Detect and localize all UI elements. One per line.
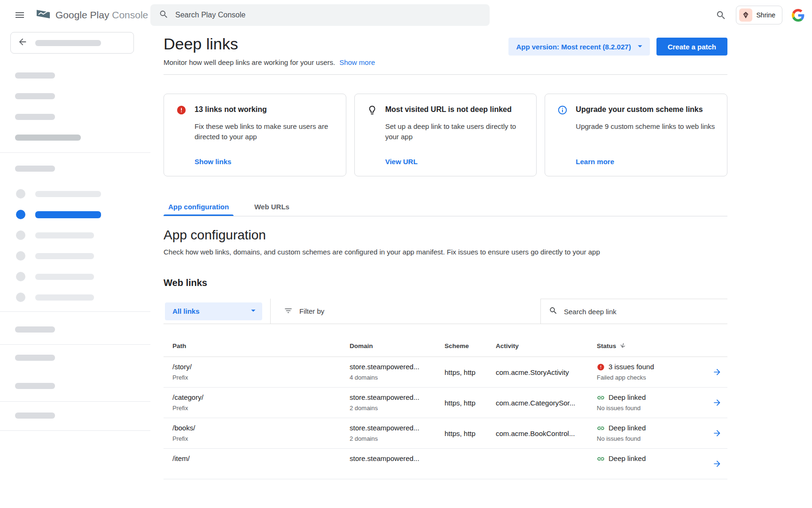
path-value: /item/ <box>172 453 350 464</box>
table-row[interactable]: /item/ store.steampowered... Deep linked <box>164 449 727 479</box>
table-row[interactable]: /story/ Prefix store.steampowered... 4 d… <box>164 357 727 388</box>
path-type: Prefix <box>172 404 350 413</box>
domain-count: 2 domains <box>350 434 445 444</box>
learn-more-link[interactable]: Learn more <box>576 158 716 166</box>
logo-part2: Console <box>112 9 148 20</box>
path-cell: /category/ Prefix <box>164 388 350 418</box>
domain-value: store.steampowered... <box>350 392 445 403</box>
console-search-input[interactable] <box>175 11 481 19</box>
filter-by-button[interactable]: Filter by <box>270 299 540 324</box>
sidebar-nav-skeleton <box>0 183 150 308</box>
table-row[interactable]: /category/ Prefix store.steampowered... … <box>164 388 727 418</box>
sidebar-item-icon <box>16 189 25 198</box>
sidebar-item[interactable] <box>16 287 150 308</box>
skeleton-bar <box>15 135 81 141</box>
search-icon-button[interactable] <box>716 10 726 21</box>
filter-by-label: Filter by <box>299 307 324 315</box>
sidebar-divider <box>0 311 150 312</box>
back-arrow-icon <box>17 37 28 49</box>
skeleton-bar <box>35 191 101 197</box>
status-detail: Failed app checks <box>597 373 707 382</box>
chevron-down-icon <box>635 41 645 53</box>
row-detail-arrow-icon[interactable] <box>707 388 727 418</box>
deep-link-search-input[interactable] <box>564 308 727 316</box>
deep-link-search[interactable] <box>540 299 727 324</box>
path-cell: /books/ Prefix <box>164 418 350 448</box>
scheme-cell: https, http <box>445 357 496 387</box>
card-body: Fix these web links to make sure users a… <box>195 121 335 142</box>
card-upgrade-scheme-links: Upgrade your custom scheme links Upgrade… <box>545 94 727 176</box>
links-filter-dropdown[interactable]: All links <box>165 302 262 320</box>
shrine-app-icon <box>739 8 752 22</box>
sidebar-item-active[interactable] <box>16 204 150 225</box>
sidebar <box>0 30 150 508</box>
card-content: Most visited URL is not deep linked Set … <box>385 104 525 166</box>
activity-cell <box>496 449 597 479</box>
app-version-dropdown[interactable]: App version: Most recent (8.2.027) <box>508 38 649 56</box>
skeleton-bar <box>35 274 94 280</box>
web-links-heading: Web links <box>164 278 727 288</box>
domain-count: 4 domains <box>350 373 445 382</box>
domain-cell: store.steampowered... 2 domains <box>350 418 445 448</box>
error-icon <box>597 363 605 371</box>
filter-icon <box>284 306 293 317</box>
status-detail: No issues found <box>597 434 707 444</box>
status-detail: No issues found <box>597 404 707 413</box>
status-header-label: Status <box>597 342 616 349</box>
google-account-avatar[interactable] <box>792 9 804 22</box>
domain-value: store.steampowered... <box>350 453 445 464</box>
header-actions: App version: Most recent (8.2.027) Creat… <box>508 34 727 56</box>
card-body: Upgrade 9 custom scheme links to web lin… <box>576 121 716 132</box>
row-detail-arrow-icon[interactable] <box>707 418 727 448</box>
domain-cell: store.steampowered... 2 domains <box>350 388 445 418</box>
path-value: /story/ <box>172 362 350 372</box>
column-header-scheme: Scheme <box>445 342 496 349</box>
sidebar-item[interactable] <box>16 225 150 246</box>
sidebar-divider <box>0 152 150 153</box>
info-icon <box>557 105 568 115</box>
scheme-cell: https, http <box>445 388 496 418</box>
table-header-row: Path Domain Scheme Activity Status <box>164 335 727 357</box>
skeleton-bar <box>35 211 101 218</box>
row-detail-arrow-icon[interactable] <box>707 449 727 479</box>
app-selector-chip[interactable]: Shrine <box>736 6 782 24</box>
status-cell: 3 issues found Failed app checks <box>597 357 707 387</box>
tab-web-urls[interactable]: Web URLs <box>250 197 294 216</box>
row-detail-arrow-icon[interactable] <box>707 357 727 387</box>
search-icon <box>549 306 558 317</box>
path-cell: /story/ Prefix <box>164 357 350 387</box>
topbar-right: Shrine <box>716 6 812 24</box>
web-links-table: Path Domain Scheme Activity Status /stor… <box>164 335 727 479</box>
column-header-status[interactable]: Status <box>597 342 707 350</box>
play-console-logo[interactable]: Google Play Console <box>36 8 148 22</box>
activity-cell: com.acme.BookControl... <box>496 418 597 448</box>
deep-link-icon <box>597 424 605 432</box>
play-console-logo-icon <box>36 8 51 22</box>
skeleton-bar <box>15 326 55 333</box>
sidebar-item-icon <box>16 293 25 302</box>
table-row[interactable]: /books/ Prefix store.steampowered... 2 d… <box>164 418 727 449</box>
show-links-link[interactable]: Show links <box>195 158 335 166</box>
sidebar-item[interactable] <box>16 246 150 266</box>
skeleton-bar <box>35 253 94 259</box>
skeleton-bar <box>15 114 55 120</box>
tab-app-configuration[interactable]: App configuration <box>164 197 234 216</box>
column-header-path: Path <box>164 342 350 349</box>
show-more-link[interactable]: Show more <box>339 58 375 66</box>
path-value: /books/ <box>172 423 350 433</box>
console-search-bar[interactable] <box>150 4 490 26</box>
back-button[interactable] <box>10 32 134 54</box>
column-header-domain: Domain <box>350 342 445 349</box>
create-patch-button[interactable]: Create a patch <box>656 38 727 56</box>
column-header-activity: Activity <box>496 342 597 349</box>
skeleton-bar <box>15 93 55 99</box>
sort-descending-icon[interactable] <box>619 342 626 350</box>
hamburger-menu-icon[interactable] <box>14 9 25 21</box>
view-url-link[interactable]: View URL <box>385 158 525 166</box>
path-value: /category/ <box>172 392 350 403</box>
sidebar-item[interactable] <box>16 183 150 204</box>
scheme-cell <box>445 449 496 479</box>
logo-part1: Google Play <box>55 9 109 20</box>
domain-count: 2 domains <box>350 404 445 413</box>
sidebar-item[interactable] <box>16 266 150 287</box>
